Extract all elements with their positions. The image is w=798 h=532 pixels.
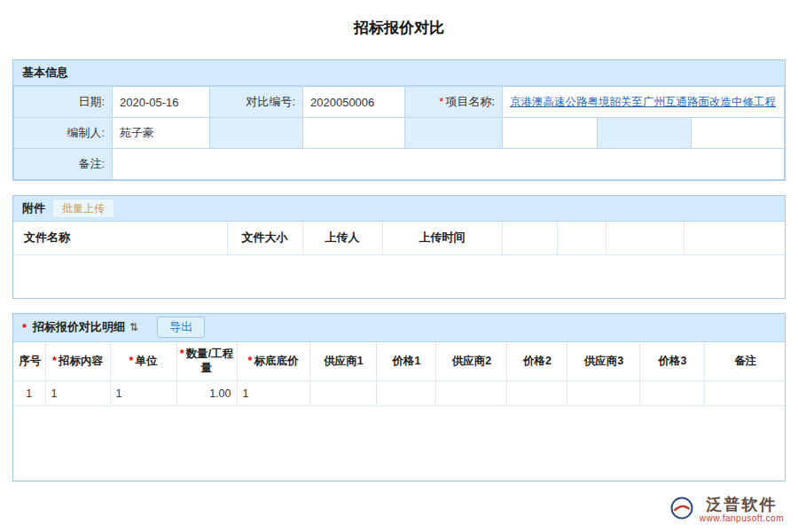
- compare-no-label: 对比编号:: [210, 87, 303, 118]
- required-mark: *: [248, 355, 253, 367]
- table-row: 1 1 1 1.00 1: [13, 381, 785, 406]
- empty-value-cell: [503, 118, 598, 149]
- cell-seq: 1: [13, 381, 45, 406]
- basic-info-header: 基本信息: [13, 60, 785, 86]
- detail-table: 序号 *招标内容 *单位 *数量/工程量 *标底底价 供应商1 价格1 供应商2…: [13, 342, 785, 407]
- attachments-empty-area: [13, 255, 785, 298]
- brand-block: 泛普软件 www.fanpusoft.com: [700, 496, 784, 523]
- detail-header: * 招标报价对比明细 ⇅ 导出: [13, 314, 785, 342]
- cell-base-price: 1: [237, 381, 309, 406]
- basic-info-row-1: 日期: 2020-05-16 对比编号: 2020050006 *项目名称: 京…: [14, 87, 785, 118]
- brand-name: 泛普软件: [706, 496, 777, 513]
- required-mark: *: [439, 95, 443, 108]
- creator-value: 苑子豪: [113, 118, 210, 149]
- attachments-title: 附件: [22, 200, 45, 216]
- detail-header-row: 序号 *招标内容 *单位 *数量/工程量 *标底底价 供应商1 价格1 供应商2…: [13, 342, 785, 381]
- column-header-empty: [557, 222, 606, 254]
- column-label: 价格1: [393, 355, 421, 367]
- basic-info-table: 日期: 2020-05-16 对比编号: 2020050006 *项目名称: 京…: [13, 86, 785, 180]
- column-header-price1: 价格1: [376, 342, 435, 381]
- attachments-section: 附件 批量上传 文件名称 文件大小 上传人 上传时间: [12, 195, 786, 299]
- column-label: 供应商2: [452, 355, 491, 367]
- column-label: 标底底价: [254, 355, 298, 367]
- compare-no-value: 2020050006: [303, 87, 405, 118]
- column-header-remark: 备注: [704, 342, 785, 381]
- cell-remark: [704, 381, 785, 406]
- cell-supplier2: [435, 381, 506, 406]
- batch-upload-button[interactable]: 批量上传: [52, 199, 114, 218]
- remark-label: 备注:: [14, 149, 113, 180]
- export-button[interactable]: 导出: [157, 317, 205, 339]
- empty-label-cell: [405, 118, 503, 149]
- empty-label-cell: [210, 118, 303, 149]
- fanpu-logo-icon: [669, 496, 694, 523]
- creator-label: 编制人:: [14, 118, 113, 149]
- basic-info-row-3: 备注:: [14, 149, 785, 180]
- basic-info-row-2: 编制人: 苑子豪: [14, 118, 785, 149]
- column-label: 数量/工程量: [186, 348, 233, 375]
- column-header-bid-content: *招标内容: [45, 342, 110, 381]
- cell-quantity: 1.00: [176, 381, 237, 406]
- project-name-cell: 京港澳高速公路粤境韶关至广州互通路面改造中修工程: [503, 87, 785, 118]
- column-label: 价格2: [523, 355, 552, 367]
- column-header-supplier1: 供应商1: [309, 342, 376, 381]
- column-header-upload-time: 上传时间: [382, 222, 502, 254]
- date-label: 日期:: [14, 87, 113, 118]
- cell-price1: [376, 381, 435, 406]
- column-header-supplier3: 供应商3: [567, 342, 639, 381]
- basic-info-section: 基本信息 日期: 2020-05-16 对比编号: 2020050006 *项目…: [12, 59, 786, 181]
- cell-bid-content: 1: [45, 381, 110, 406]
- attachments-header: 附件 批量上传: [13, 196, 785, 222]
- cell-unit: 1: [110, 381, 176, 406]
- column-label: 供应商3: [584, 355, 623, 367]
- column-header-empty: [502, 222, 557, 254]
- column-label: 价格3: [659, 355, 687, 367]
- column-header-file-name: 文件名称: [13, 222, 227, 254]
- required-mark: *: [52, 355, 57, 367]
- column-header-unit: *单位: [110, 342, 176, 381]
- empty-label-cell: [598, 118, 692, 149]
- date-value: 2020-05-16: [113, 87, 210, 118]
- column-label: 备注: [734, 355, 756, 367]
- attachments-table: 文件名称 文件大小 上传人 上传时间: [13, 222, 785, 255]
- page-title: 招标报价对比: [0, 18, 798, 38]
- column-header-price2: 价格2: [506, 342, 567, 381]
- remark-value: [113, 149, 785, 180]
- empty-value-cell: [303, 118, 405, 149]
- column-label: 序号: [19, 355, 41, 367]
- brand-url: www.fanpusoft.com: [700, 513, 784, 523]
- cell-price3: [639, 381, 704, 406]
- basic-info-title: 基本信息: [22, 65, 68, 81]
- required-mark: *: [180, 348, 184, 360]
- column-header-supplier2: 供应商2: [435, 342, 506, 381]
- column-header-price3: 价格3: [639, 342, 704, 381]
- detail-empty-area: [13, 406, 785, 481]
- column-header-empty: [606, 222, 684, 254]
- required-mark: *: [129, 355, 134, 367]
- empty-value-cell: [692, 118, 785, 149]
- footer-brand: 泛普软件 www.fanpusoft.com: [669, 496, 784, 523]
- column-label: 招标内容: [59, 355, 103, 367]
- detail-section: * 招标报价对比明细 ⇅ 导出 序号 *招标内容 *单位 *数量/工程量 *标底…: [12, 313, 786, 482]
- project-name-label: *项目名称:: [405, 87, 503, 118]
- column-header-quantity: *数量/工程量: [176, 342, 237, 381]
- column-header-uploader: 上传人: [302, 222, 382, 254]
- column-header-seq: 序号: [13, 342, 45, 381]
- project-name-link[interactable]: 京港澳高速公路粤境韶关至广州互通路面改造中修工程: [510, 96, 776, 108]
- required-mark: *: [22, 321, 27, 334]
- project-label-text: 项目名称:: [445, 95, 495, 108]
- column-header-empty: [684, 222, 785, 254]
- column-header-file-size: 文件大小: [227, 222, 302, 254]
- column-label: 供应商1: [324, 355, 363, 367]
- detail-title: 招标报价对比明细: [33, 319, 125, 335]
- cell-supplier1: [309, 381, 376, 406]
- cell-price2: [506, 381, 567, 406]
- column-label: 单位: [135, 355, 157, 367]
- cell-supplier3: [567, 381, 639, 406]
- sort-icon[interactable]: ⇅: [129, 321, 138, 333]
- attachments-header-row: 文件名称 文件大小 上传人 上传时间: [13, 222, 785, 254]
- column-header-base-price: *标底底价: [237, 342, 309, 381]
